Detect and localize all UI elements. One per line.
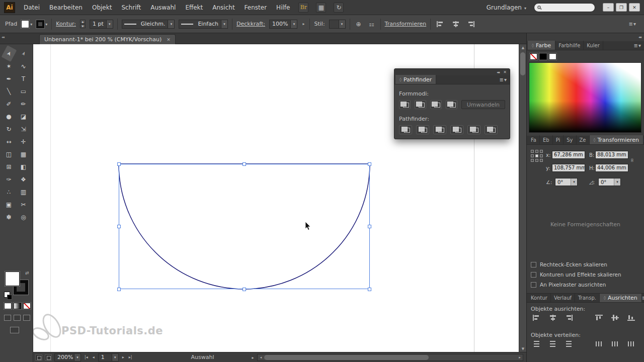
merge-button[interactable] xyxy=(433,125,446,134)
tab-kontur[interactable]: Kontur xyxy=(528,293,551,302)
collapse-panel-icon[interactable] xyxy=(497,70,499,74)
tab-sy[interactable]: Sy xyxy=(564,135,576,144)
chevron-down-icon[interactable] xyxy=(571,178,577,186)
tab-farbe[interactable]: Farbe xyxy=(528,41,555,50)
arrange-documents-icon[interactable]: ▦ xyxy=(316,3,326,13)
minimize-button[interactable] xyxy=(603,3,614,12)
scroll-left-icon[interactable]: ◂ xyxy=(258,354,264,360)
gradient-button[interactable] xyxy=(14,303,21,309)
expand-button[interactable]: Umwandeln xyxy=(461,100,505,109)
tool-type[interactable]: T xyxy=(17,73,30,84)
tool-line-segment[interactable]: ╲ xyxy=(3,86,16,97)
horizontal-scroll-thumb[interactable] xyxy=(264,355,428,360)
tool-blob-brush[interactable]: ● xyxy=(3,111,16,122)
tool-column-graph[interactable]: ▥ xyxy=(17,187,30,197)
distribute-h-center-button[interactable] xyxy=(609,340,620,348)
chevron-down-icon[interactable] xyxy=(30,21,32,27)
align-left-button[interactable] xyxy=(435,20,446,28)
tab-ausrichten[interactable]: Ausrichten xyxy=(600,293,642,302)
crop-button[interactable] xyxy=(450,125,463,134)
status-icon-1[interactable] xyxy=(35,354,42,360)
align-left-button[interactable] xyxy=(531,314,542,322)
opacity-flyout-icon[interactable] xyxy=(301,22,305,26)
intersect-button[interactable] xyxy=(430,100,442,109)
tool-paintbrush[interactable]: ✐ xyxy=(3,99,16,109)
close-button[interactable] xyxy=(629,3,640,12)
minus-front-button[interactable] xyxy=(415,100,426,109)
reference-point-locator[interactable] xyxy=(531,150,543,162)
stroke-width-stepper[interactable]: ▲▼ xyxy=(80,20,86,28)
none-swatch[interactable] xyxy=(530,53,537,60)
scale-strokes-checkbox[interactable] xyxy=(531,272,536,278)
tool-artboard[interactable]: ▣ xyxy=(3,199,16,210)
scroll-right-icon[interactable]: ▸ xyxy=(517,354,523,360)
x-field[interactable]: 67,286 mm xyxy=(552,151,585,159)
color-button[interactable] xyxy=(4,303,12,309)
close-panel-icon[interactable] xyxy=(503,70,507,74)
distribute-bottom-button[interactable] xyxy=(563,340,574,348)
tool-eraser[interactable]: ◪ xyxy=(17,111,30,122)
tool-direct-selection[interactable]: ➢ xyxy=(16,45,31,62)
tool-hand[interactable]: ✽ xyxy=(3,212,16,222)
last-artboard-button[interactable] xyxy=(128,355,133,359)
distribute-left-button[interactable] xyxy=(593,340,604,348)
selection-handle[interactable] xyxy=(368,162,371,166)
y-field[interactable]: 108,757 mm xyxy=(552,164,585,172)
tool-free-transform[interactable]: ✛ xyxy=(17,136,30,147)
tool-pencil[interactable]: ✏ xyxy=(17,99,30,109)
menu-fenster[interactable]: Fenster xyxy=(244,3,268,12)
transform-panel-link[interactable]: Transformieren xyxy=(385,21,427,27)
scroll-up-icon[interactable]: ▲ xyxy=(519,44,527,51)
chevron-down-icon[interactable] xyxy=(614,178,620,186)
none-button[interactable] xyxy=(23,303,31,309)
scroll-down-icon[interactable]: ▼ xyxy=(519,345,527,352)
rotate-angle-dropdown[interactable]: 0° xyxy=(555,178,578,186)
chevron-down-icon[interactable] xyxy=(45,21,47,27)
tab-eb[interactable]: Eb xyxy=(540,135,553,144)
tool-rotate[interactable]: ↻ xyxy=(3,124,16,134)
selection-handle[interactable] xyxy=(243,288,246,291)
first-artboard-button[interactable] xyxy=(84,355,89,359)
tab-ze[interactable]: Ze xyxy=(577,135,590,144)
menu-schrift[interactable]: Schrift xyxy=(120,3,142,12)
document-tab[interactable]: Unbenannt-1* bei 200 % (CMYK/Vorschau) xyxy=(39,34,176,44)
scale-corners-checkbox[interactable] xyxy=(531,262,536,267)
distribute-v-center-button[interactable] xyxy=(547,340,558,348)
tab-kuler[interactable]: Kuler xyxy=(584,41,603,50)
horizontal-scrollbar[interactable]: ◂ ▸ xyxy=(257,354,523,361)
chevron-down-icon[interactable] xyxy=(290,20,297,28)
vertical-scroll-thumb[interactable] xyxy=(520,52,525,75)
selection-handle[interactable] xyxy=(117,162,121,166)
distribute-right-button[interactable] xyxy=(625,340,636,348)
fill-swatch-group[interactable] xyxy=(21,20,32,28)
status-flyout-icon[interactable] xyxy=(252,354,254,360)
opacity-link[interactable]: Deckkraft: xyxy=(236,21,265,27)
bridge-button[interactable]: Br xyxy=(298,3,308,13)
link-proportions-icon[interactable] xyxy=(629,158,635,162)
close-tab-icon[interactable] xyxy=(167,37,171,42)
selection-handle[interactable] xyxy=(368,288,371,291)
brush-definition-dropdown[interactable]: Einfach xyxy=(179,20,228,29)
menu-auswahl[interactable]: Auswahl xyxy=(149,3,177,12)
workspace-switcher[interactable]: Grundlagen xyxy=(487,4,526,11)
stroke-swatch-group[interactable] xyxy=(36,20,47,28)
illustrator-logo[interactable]: Ai xyxy=(4,2,15,13)
screen-mode-button[interactable] xyxy=(10,327,19,333)
preferences-grid-icon[interactable]: ⚏ xyxy=(367,20,376,29)
tab-transparenz[interactable]: Transp. xyxy=(575,293,600,302)
align-v-center-button[interactable] xyxy=(609,314,620,322)
chevron-down-icon[interactable] xyxy=(221,20,227,28)
control-bar-menu-icon[interactable] xyxy=(629,21,636,27)
tab-pathfinder[interactable]: Pathfinder xyxy=(395,75,436,84)
tool-blend[interactable]: ❖ xyxy=(17,174,30,185)
artboard-dropdown[interactable]: 1 xyxy=(98,353,119,361)
menu-objekt[interactable]: Objekt xyxy=(91,3,113,12)
draw-inside-button[interactable] xyxy=(23,315,30,321)
tool-width[interactable]: ↔ xyxy=(3,136,16,147)
panel-menu-icon[interactable] xyxy=(634,43,641,48)
search-input[interactable] xyxy=(543,5,588,11)
tab-farbhilfe[interactable]: Farbhilfe xyxy=(555,41,584,50)
stroke-swatch[interactable] xyxy=(36,20,44,28)
chevron-down-icon[interactable] xyxy=(112,354,118,361)
opacity-dropdown[interactable]: 100% xyxy=(269,20,297,29)
